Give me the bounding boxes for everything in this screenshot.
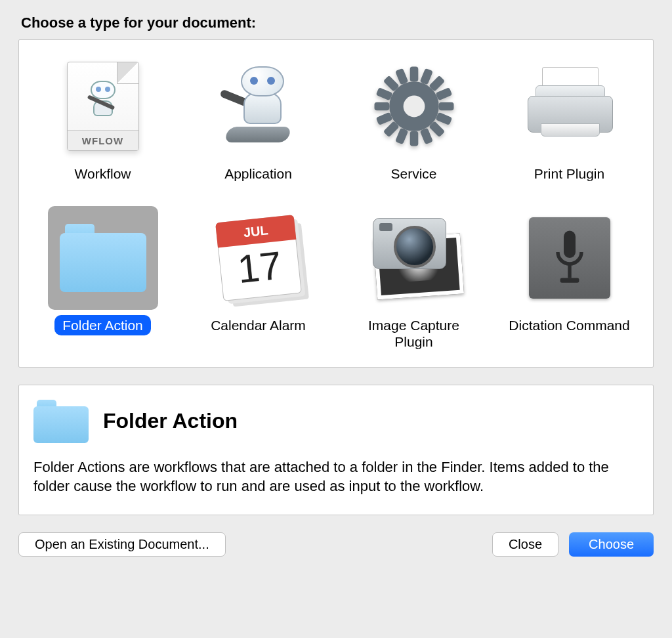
type-image-capture-plugin[interactable]: Image Capture Plugin xyxy=(342,206,486,352)
description-text: Folder Actions are workflows that are at… xyxy=(33,457,639,496)
svg-rect-10 xyxy=(395,128,408,145)
calendar-icon: JUL 17 xyxy=(215,215,302,301)
type-label: Service xyxy=(383,163,444,184)
svg-rect-2 xyxy=(410,131,418,146)
svg-rect-16 xyxy=(435,87,452,100)
workflow-icon: WFLOW xyxy=(67,62,139,151)
svg-rect-1 xyxy=(410,67,418,82)
camera-icon xyxy=(365,215,463,301)
printer-icon xyxy=(524,67,616,146)
type-application[interactable]: Application xyxy=(186,54,330,184)
svg-rect-18 xyxy=(564,231,576,258)
folder-icon xyxy=(33,400,89,443)
svg-rect-14 xyxy=(419,128,432,145)
type-workflow[interactable]: WFLOW Workflow xyxy=(31,54,175,184)
description-panel: Folder Action Folder Actions are workflo… xyxy=(18,385,654,515)
open-existing-button[interactable]: Open an Existing Document... xyxy=(18,532,226,557)
svg-rect-11 xyxy=(375,87,392,100)
type-calendar-alarm[interactable]: JUL 17 Calendar Alarm xyxy=(186,206,330,352)
type-label: Image Capture Plugin xyxy=(342,315,486,352)
svg-rect-9 xyxy=(419,68,432,85)
svg-point-17 xyxy=(403,96,425,117)
type-folder-action[interactable]: Folder Action xyxy=(31,206,175,352)
type-label: Print Plugin xyxy=(526,163,612,184)
close-button[interactable]: Close xyxy=(492,532,558,557)
type-label: Folder Action xyxy=(54,315,151,335)
type-dictation-command[interactable]: Dictation Command xyxy=(497,206,641,352)
gear-icon xyxy=(373,65,455,148)
svg-rect-13 xyxy=(395,68,408,85)
svg-rect-12 xyxy=(435,112,452,125)
svg-rect-3 xyxy=(374,102,389,111)
folder-icon xyxy=(60,224,146,292)
choose-button[interactable]: Choose xyxy=(569,532,654,557)
microphone-icon xyxy=(529,217,610,299)
description-title: Folder Action xyxy=(103,409,238,433)
type-label: Application xyxy=(217,163,300,184)
type-service[interactable]: Service xyxy=(342,54,486,184)
svg-rect-20 xyxy=(560,278,579,283)
type-label: Calendar Alarm xyxy=(203,315,314,335)
type-label: Dictation Command xyxy=(501,315,637,335)
document-type-panel: WFLOW Workflow Application xyxy=(18,39,654,368)
svg-rect-19 xyxy=(568,265,571,278)
type-label: Workflow xyxy=(67,163,139,184)
dialog-heading: Choose a type for your document: xyxy=(21,14,654,32)
svg-rect-15 xyxy=(375,112,392,125)
application-icon xyxy=(216,64,301,149)
type-print-plugin[interactable]: Print Plugin xyxy=(497,54,641,184)
svg-rect-4 xyxy=(438,102,453,111)
